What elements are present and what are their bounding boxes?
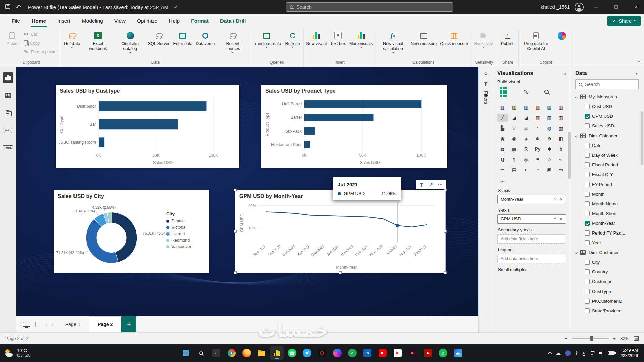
field-sales-usd[interactable]: Sales USD: [575, 121, 639, 131]
new-measure-button[interactable]: New measure: [409, 29, 438, 47]
maximize-button[interactable]: □: [608, 0, 624, 14]
taskbar-app-opera-icon[interactable]: O: [315, 346, 329, 360]
previous-page-icon[interactable]: ‹: [46, 321, 47, 327]
page-tab-page-1[interactable]: Page 1: [57, 316, 89, 332]
taskbar-app-acrobat-icon[interactable]: A: [421, 346, 435, 360]
field-city[interactable]: City: [575, 257, 639, 267]
checkbox[interactable]: [585, 153, 590, 158]
chevron-down-icon[interactable]: [575, 95, 578, 98]
field-year[interactable]: Year: [575, 238, 639, 248]
field-date[interactable]: Date: [575, 141, 639, 150]
mobile-view-icon[interactable]: [35, 322, 39, 327]
visual-type-donut-chart-icon[interactable]: ◍: [544, 124, 554, 132]
taskbar-app-power-bi-icon[interactable]: [270, 346, 284, 360]
taskbar-app-search-icon[interactable]: [195, 346, 208, 360]
sidebar-item-dax-query-view[interactable]: DAX: [3, 125, 13, 136]
chevron-down-icon[interactable]: [575, 251, 578, 254]
resize-handle[interactable]: [444, 271, 447, 274]
visual-type-clustered-bar-chart-icon[interactable]: ▥: [521, 103, 531, 111]
visual-type-r-script-visual-icon[interactable]: R: [521, 145, 531, 153]
sidebar-item-model-view[interactable]: [3, 107, 13, 118]
field-custtype[interactable]: CustType: [575, 287, 639, 296]
filters-pane-label[interactable]: Filters: [483, 91, 489, 104]
field-cost-usd[interactable]: Cost USD: [575, 102, 639, 111]
cut-button[interactable]: ✂Cut: [24, 32, 58, 37]
tray-wifi-icon[interactable]: [589, 351, 595, 355]
line-chart[interactable]: 10%20%Sep-2021Oct-2020Dec-2020Apr-2021Ma…: [239, 201, 442, 271]
table-my-measures[interactable]: My_Measures: [575, 92, 639, 102]
taskbar-app-spotify-icon[interactable]: ♫: [436, 346, 450, 360]
visual-type-ribbon-chart-icon[interactable]: ▥: [556, 114, 566, 122]
desktop-view-icon[interactable]: [23, 322, 30, 327]
checkbox[interactable]: [585, 143, 590, 148]
remove-field-icon[interactable]: ×: [558, 197, 563, 202]
checkbox[interactable]: [585, 104, 590, 109]
tab-file[interactable]: File: [6, 14, 26, 28]
taskbar-app-whatsapp-icon[interactable]: ☎: [285, 346, 299, 360]
new-page-button[interactable]: +: [121, 316, 136, 332]
visual-type-pie-chart-icon[interactable]: ◔: [533, 124, 543, 132]
clock[interactable]: 5:49 AM 2/28/2026: [619, 348, 639, 359]
field-period-fy-pad[interactable]: Period FY Pad...: [575, 228, 639, 238]
checkbox[interactable]: [585, 230, 590, 236]
checkbox[interactable]: [585, 162, 590, 167]
weather-widget[interactable]: 10°C غائم غالبًا: [0, 344, 36, 362]
collapse-pane-icon[interactable]: »: [636, 71, 639, 76]
more-options-icon[interactable]: ···: [436, 181, 444, 188]
tray-bluetooth-icon[interactable]: ᛒ: [575, 351, 578, 356]
visual-type-scatter-chart-icon[interactable]: ∴: [521, 124, 531, 132]
resize-handle[interactable]: [234, 271, 237, 274]
visual-type-decomposition-tree-icon[interactable]: ⋔: [556, 145, 566, 153]
chevron-down-icon[interactable]: [554, 197, 556, 200]
scrollbar[interactable]: [641, 83, 643, 330]
visual-type-qa-visual-icon[interactable]: Q: [497, 155, 508, 163]
field-pill-month-year[interactable]: Month-Year×: [497, 195, 566, 204]
sql-server-button[interactable]: SQL Server: [146, 29, 171, 47]
taskbar-app-messenger-icon[interactable]: [331, 346, 344, 360]
chevron-down-icon[interactable]: [554, 217, 556, 219]
remove-field-icon[interactable]: ×: [558, 216, 563, 221]
focus-mode-icon[interactable]: ↗: [427, 181, 435, 188]
sidebar-item-tmdl-view[interactable]: TMDL: [3, 142, 13, 153]
visual-sales-by-custtype[interactable]: Sales USD by CustType 0K50K100KDistribut…: [56, 85, 239, 168]
visual-type-treemap-icon[interactable]: ▦: [556, 124, 566, 132]
taskbar-app-start-icon[interactable]: [180, 346, 193, 360]
field-fiscal-period[interactable]: Fiscal Period: [575, 160, 639, 170]
global-search[interactable]: [286, 2, 453, 12]
checkbox[interactable]: [585, 182, 590, 187]
visual-type-more-options-icon[interactable]: …: [497, 176, 508, 184]
field-country[interactable]: Country: [575, 267, 639, 277]
transform-data-button[interactable]: Transform data: [251, 29, 283, 48]
taskbar-app-youtube-icon[interactable]: [376, 346, 389, 360]
next-page-icon[interactable]: ›: [51, 321, 53, 327]
checkbox[interactable]: [585, 123, 590, 128]
chevron-down-icon[interactable]: [575, 134, 578, 137]
visual-type-map-icon[interactable]: ◉: [497, 135, 508, 143]
table-dim-calender[interactable]: Dim_Calender: [575, 131, 639, 141]
minimize-button[interactable]: –: [588, 0, 604, 14]
visual-type-key-influencers-icon[interactable]: ✱: [544, 145, 554, 153]
tray-battery-icon[interactable]: [608, 351, 615, 355]
recent-sources-button[interactable]: Recent sources: [216, 29, 249, 53]
save-icon[interactable]: [5, 4, 10, 10]
search-input[interactable]: [296, 4, 449, 10]
enter-data-button[interactable]: Enter data: [171, 29, 194, 47]
visual-type-table-icon[interactable]: ▦: [497, 145, 508, 153]
legend-item-redmond[interactable]: Redmond: [166, 238, 206, 243]
taskbar-app-photos-icon[interactable]: [451, 346, 465, 360]
taskbar-app-firefox-icon[interactable]: [240, 346, 253, 360]
field-search-input[interactable]: [585, 82, 635, 87]
filter-icon[interactable]: [417, 181, 426, 188]
refresh-button[interactable]: Refresh: [283, 29, 302, 48]
tray-chevron-up-icon[interactable]: [549, 351, 551, 355]
field-pkcustomerid[interactable]: PKCustomerID: [575, 296, 639, 306]
field-month-short[interactable]: Month Short: [575, 209, 639, 218]
share-button[interactable]: ↗ Share: [607, 16, 641, 26]
zoom-in-icon[interactable]: +: [613, 336, 616, 341]
sidebar-item-report-view[interactable]: [3, 72, 13, 83]
taskbar-app-telegram-icon[interactable]: [300, 346, 314, 360]
visual-type-smart-narrative-icon[interactable]: ¶: [509, 155, 519, 163]
fit-to-page-icon[interactable]: [634, 336, 639, 341]
visual-type-shape-map-icon[interactable]: ◈: [521, 135, 531, 143]
excel-workbook-button[interactable]: XExcel workbook: [82, 29, 114, 52]
